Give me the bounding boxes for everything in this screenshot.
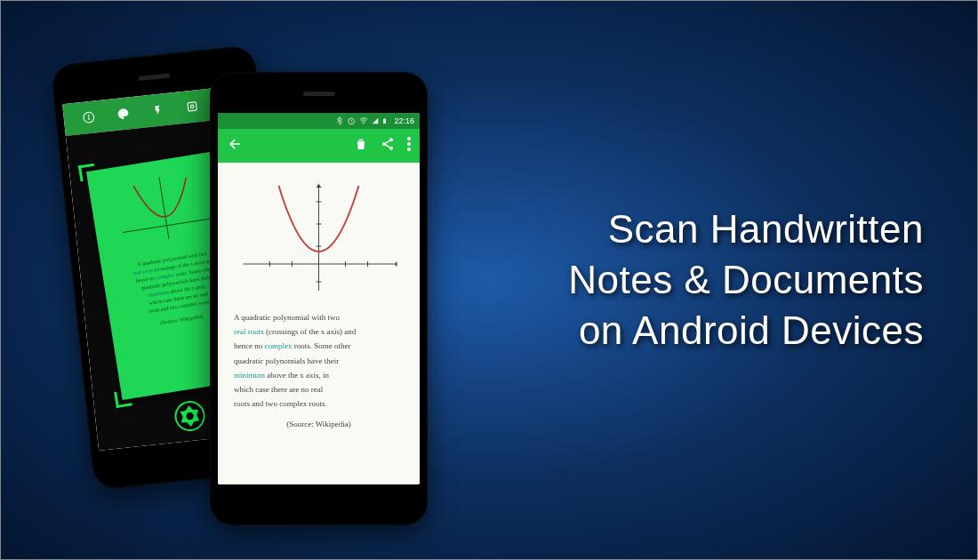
crop-corner-bl[interactable]	[114, 389, 132, 408]
note-line: A quadratic polynomial with two	[234, 310, 404, 324]
alarm-icon	[347, 116, 356, 125]
phone-speaker	[303, 92, 335, 96]
svg-point-10	[364, 123, 365, 124]
note-line: minimum above the x axis, in	[234, 368, 404, 382]
svg-rect-11	[384, 119, 387, 124]
crop-corner-tl[interactable]	[78, 164, 97, 182]
phones-container: A quadratic polynomial with two real roo…	[72, 36, 472, 534]
note-line: roots and two complex roots.	[234, 396, 404, 411]
svg-rect-12	[384, 118, 385, 119]
phone-speaker	[138, 73, 170, 81]
battery-icon	[381, 116, 388, 125]
headline-line-2: Notes & Documents	[568, 254, 924, 305]
result-body: A quadratic polynomial with two real roo…	[218, 163, 420, 484]
headline-line-1: Scan Handwritten	[568, 204, 924, 254]
svg-point-8	[174, 400, 205, 431]
headline-text: Scan Handwritten Notes & Documents on An…	[568, 204, 924, 356]
palette-icon[interactable]	[116, 106, 132, 122]
share-icon[interactable]	[381, 137, 395, 155]
result-notes: A quadratic polynomial with two real roo…	[234, 310, 404, 411]
status-bar: 22:16	[218, 113, 420, 129]
status-time: 22:16	[394, 116, 414, 125]
status-icons: 22:16	[335, 116, 414, 125]
phone-screen-result: 22:16	[218, 113, 420, 484]
result-graph	[234, 175, 404, 300]
note-line: real roots (crossings of the x axis) and	[234, 324, 404, 339]
more-icon[interactable]	[407, 137, 411, 155]
result-source: (Source: Wikipedia)	[234, 420, 404, 428]
svg-point-17	[407, 142, 411, 146]
note-line: quadratic polynomials have their	[234, 354, 404, 368]
phone-mockup-result: 22:16	[210, 72, 428, 525]
shutter-button[interactable]	[172, 398, 208, 434]
viewfinder-icon[interactable]	[185, 99, 201, 115]
flash-icon[interactable]	[150, 102, 166, 118]
svg-line-6	[159, 177, 169, 238]
back-icon[interactable]	[227, 136, 243, 156]
svg-rect-3	[188, 102, 196, 111]
svg-point-18	[407, 148, 411, 151]
paper-graph	[100, 164, 228, 252]
bluetooth-icon	[335, 116, 344, 125]
svg-point-16	[407, 137, 411, 140]
result-toolbar	[218, 129, 420, 163]
info-icon[interactable]	[81, 109, 97, 125]
note-line: hence no complex roots. Some other	[234, 339, 404, 353]
wifi-icon	[358, 116, 369, 125]
delete-icon[interactable]	[354, 137, 368, 155]
note-line: which case there are no real	[234, 382, 404, 396]
headline-line-3: on Android Devices	[568, 306, 924, 356]
svg-rect-2	[88, 117, 90, 121]
svg-point-1	[87, 115, 89, 116]
svg-point-4	[190, 105, 194, 108]
signal-icon	[372, 116, 379, 125]
